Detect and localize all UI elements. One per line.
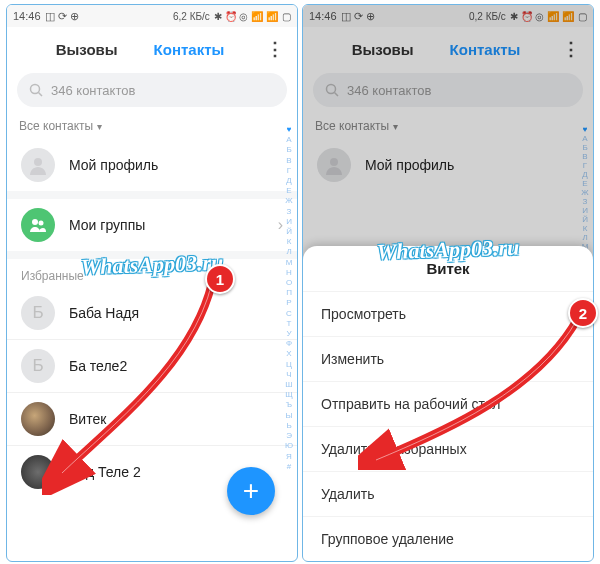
- sheet-option-view[interactable]: Просмотреть: [303, 291, 593, 336]
- alpha-letter[interactable]: К: [287, 237, 292, 246]
- context-sheet: Витек Просмотреть Изменить Отправить на …: [303, 246, 593, 561]
- search-placeholder: 346 контактов: [51, 83, 135, 98]
- alpha-letter[interactable]: П: [286, 288, 292, 297]
- groups-icon: [21, 208, 55, 242]
- contact-row[interactable]: Б Баба Надя: [7, 287, 297, 339]
- sheet-option-send-desktop[interactable]: Отправить на рабочий стол: [303, 381, 593, 426]
- alpha-letter[interactable]: А: [286, 135, 291, 144]
- alpha-letter[interactable]: ♥: [287, 125, 292, 134]
- alpha-letter[interactable]: У: [286, 329, 291, 338]
- row-my-groups[interactable]: Мои группы ›: [7, 199, 297, 251]
- sheet-title: Витек: [303, 246, 593, 291]
- alpha-letter[interactable]: Ч: [286, 370, 291, 379]
- alpha-letter[interactable]: Б: [286, 145, 291, 154]
- avatar-letter: Б: [21, 296, 55, 330]
- alpha-letter[interactable]: #: [287, 462, 291, 471]
- status-icons-left: ◫ ⟳ ⊕: [45, 10, 79, 23]
- alpha-letter[interactable]: Х: [286, 349, 291, 358]
- add-contact-fab[interactable]: +: [227, 467, 275, 515]
- avatar-placeholder-icon: [21, 148, 55, 182]
- contact-row-vitek[interactable]: Витек: [7, 392, 297, 445]
- alpha-letter[interactable]: О: [286, 278, 292, 287]
- alpha-letter[interactable]: Ж: [285, 196, 292, 205]
- alpha-letter[interactable]: Т: [287, 319, 292, 328]
- alpha-letter[interactable]: В: [286, 156, 291, 165]
- alpha-letter[interactable]: Щ: [285, 390, 293, 399]
- more-menu-icon[interactable]: ⋮: [263, 38, 287, 60]
- alpha-letter[interactable]: Е: [286, 186, 291, 195]
- tab-contacts[interactable]: Контакты: [136, 41, 243, 58]
- avatar-letter: Б: [21, 349, 55, 383]
- battery-icon: ▢: [282, 11, 291, 22]
- annotation-badge-1: 1: [205, 264, 235, 294]
- tabs-bar: Вызовы Контакты ⋮: [7, 27, 297, 71]
- alpha-letter[interactable]: И: [286, 217, 292, 226]
- status-time: 14:46: [13, 10, 41, 22]
- alpha-letter[interactable]: Ю: [285, 441, 293, 450]
- svg-point-0: [31, 85, 40, 94]
- alpha-letter[interactable]: Ь: [286, 421, 291, 430]
- alpha-letter[interactable]: Я: [286, 452, 292, 461]
- contacts-filter[interactable]: Все контакты ▾: [7, 113, 297, 139]
- svg-point-4: [39, 221, 44, 226]
- alpha-letter[interactable]: Л: [286, 247, 291, 256]
- alpha-letter[interactable]: Й: [286, 227, 292, 236]
- alpha-letter[interactable]: С: [286, 309, 292, 318]
- plus-icon: +: [243, 475, 259, 507]
- alpha-letter[interactable]: Г: [287, 166, 291, 175]
- status-bar: 14:46◫ ⟳ ⊕ 6,2 КБ/с✱ ⏰ ◎ 📶 📶▢: [7, 5, 297, 27]
- sheet-option-group-delete[interactable]: Групповое удаление: [303, 516, 593, 561]
- svg-point-2: [34, 158, 42, 166]
- alpha-letter[interactable]: Э: [286, 431, 292, 440]
- svg-line-1: [39, 93, 43, 97]
- status-net: 6,2 КБ/с: [173, 11, 210, 22]
- search-icon: [29, 83, 43, 97]
- sheet-option-delete[interactable]: Удалить: [303, 471, 593, 516]
- svg-point-3: [32, 219, 38, 225]
- alpha-letter[interactable]: Н: [286, 268, 292, 277]
- alpha-letter[interactable]: Ъ: [286, 400, 292, 409]
- avatar-photo: [21, 402, 55, 436]
- alpha-letter[interactable]: Ф: [286, 339, 292, 348]
- row-my-profile[interactable]: Мой профиль: [7, 139, 297, 191]
- avatar-photo: [21, 455, 55, 489]
- sheet-option-remove-fav[interactable]: Удалить из избранных: [303, 426, 593, 471]
- contact-row[interactable]: Б Ба теле2: [7, 339, 297, 392]
- alpha-letter[interactable]: Р: [286, 298, 291, 307]
- alpha-letter[interactable]: Ц: [286, 360, 292, 369]
- sheet-option-edit[interactable]: Изменить: [303, 336, 593, 381]
- alpha-letter[interactable]: М: [286, 258, 293, 267]
- alpha-index[interactable]: ♥АБВГДЕЖЗИЙКЛМНОПРСТУФХЦЧШЩЪЫЬЭЮЯ#: [283, 125, 295, 471]
- tab-calls[interactable]: Вызовы: [38, 41, 136, 58]
- annotation-badge-2: 2: [568, 298, 598, 328]
- alpha-letter[interactable]: З: [287, 207, 292, 216]
- alpha-letter[interactable]: Ы: [285, 411, 292, 420]
- favorites-header: Избранные: [7, 259, 297, 287]
- phone-screen-right: 14:46◫ ⟳ ⊕ 0,2 КБ/с✱ ⏰ ◎ 📶 📶▢ Вызовы Кон…: [302, 4, 594, 562]
- alpha-letter[interactable]: Ш: [285, 380, 292, 389]
- alpha-letter[interactable]: Д: [286, 176, 291, 185]
- phone-screen-left: 14:46◫ ⟳ ⊕ 6,2 КБ/с✱ ⏰ ◎ 📶 📶▢ Вызовы Кон…: [6, 4, 298, 562]
- chevron-down-icon: ▾: [97, 121, 102, 132]
- search-input[interactable]: 346 контактов: [17, 73, 287, 107]
